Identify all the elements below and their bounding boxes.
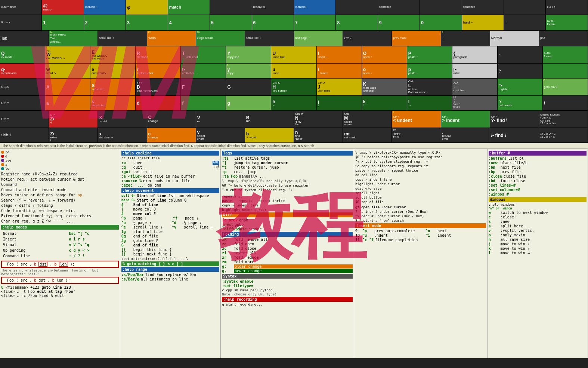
key-f-lower[interactable]: f — [181, 96, 226, 110]
key-s-lower[interactable]: s subst char — [90, 96, 136, 110]
reg-quitnosave: quit w/o save — [355, 187, 486, 190]
key-z-lower[interactable]: Z• extra 9 — [49, 128, 98, 142]
foo-example-1: Foo ( src , b dst , b len ); — [1, 261, 119, 268]
tag-ta: :ta Foomanually ... — [222, 174, 353, 178]
key-colon[interactable]: Ctrl : : cmd line — [452, 79, 498, 95]
reg-para0: §0 "• before del/copy/paste to use regis… — [355, 155, 486, 159]
keyboard-row-zxcv-upper: Ctrl ^ 9,16 Z• 4 X ← del C change V es B… — [0, 111, 588, 128]
key-I[interactable]: I insert ← — [317, 46, 362, 63]
cmd-gui: :guiswitch to — [121, 170, 219, 174]
insert-9: 9 ^p prev auto-complete ^n next — [355, 229, 486, 233]
key-5[interactable]: 5 — [210, 15, 252, 30]
reg-paste: paste - repeats - repeat thrice — [355, 169, 486, 172]
key-E[interactable]: E end WORD↘end word↘ — [90, 46, 136, 63]
key-tab[interactable]: Tab — [0, 31, 49, 46]
key-d-lower[interactable]: d — [136, 96, 181, 110]
buf-cols: :set columns=# — [489, 188, 587, 192]
item-extended: Extended functionality; req. extra chars — [1, 214, 119, 219]
legend-a: a — [1, 163, 119, 166]
key-t-lower[interactable]: t• until char → — [181, 64, 226, 78]
key-q-lower[interactable]: q• record macro — [0, 64, 45, 78]
key-6[interactable]: 6 — [252, 15, 294, 30]
panel-left-items: Register name (0-9a-zA-Z) required Motio… — [1, 172, 119, 224]
key-find-bs: Ctrl / ?• find \ — [490, 111, 539, 128]
key-p-lower[interactable]: p paste ↓ — [407, 64, 452, 78]
recording-header: :help recording — [222, 297, 353, 302]
reg-scroll-bottom: scroll bottom — [355, 196, 486, 199]
key-P[interactable]: P paste ↑ — [407, 46, 452, 63]
range-header: :help range — [121, 267, 219, 272]
key-F-upper[interactable]: F — [181, 79, 226, 95]
key-9[interactable]: 9 — [378, 15, 420, 30]
key-3[interactable]: 3 — [126, 15, 168, 30]
key-7[interactable]: 7 — [294, 15, 336, 30]
key-Y[interactable]: Y copy line — [226, 46, 271, 63]
fold-zc: zcfold close — [222, 246, 353, 251]
cmd-exec: :exec '...'do cmd — [121, 183, 219, 187]
key-1[interactable]: 1 — [42, 15, 84, 30]
key-V-upper[interactable]: V es — [196, 111, 245, 128]
buf-bn: :bnnext file — [489, 165, 587, 169]
key-u-lower[interactable]: u undo — [271, 64, 316, 78]
key-U[interactable]: U undo line — [271, 46, 316, 63]
key-empty1 — [210, 0, 252, 15]
key-W[interactable]: ^w• W end WORD ↘ — [45, 46, 90, 63]
buf-bp: :bpprev file — [489, 170, 587, 174]
key-D-upper[interactable]: 7,11 D decr Normal/Cano — [136, 79, 181, 95]
key-Z-upper[interactable]: 9,16 Z• 4 — [49, 111, 98, 128]
key-8[interactable]: 8 — [336, 15, 378, 30]
diff-header: Diff — [222, 212, 353, 217]
key-normal: Normal — [490, 31, 539, 46]
tags-header: Tags — [222, 151, 353, 156]
key-empty4 — [504, 0, 546, 15]
key-macro[interactable]: @ macro — [42, 0, 84, 15]
key-b-lower[interactable]: b ↖ word — [245, 128, 294, 142]
move-scrollup: ^escroll line ↑^yscroll line ↓ — [121, 225, 219, 229]
key-0[interactable]: 0 — [420, 15, 462, 30]
key-g-lower[interactable]: g — [226, 96, 271, 110]
key-X-upper[interactable]: X ← del — [98, 111, 147, 128]
key-a-lower[interactable]: a — [45, 96, 90, 110]
decr-x: ^x decr # under cursor (Dec / Hex) — [355, 214, 486, 218]
reg-cut: "+ x cut to system clipboard reg. '+' — [355, 160, 486, 163]
buf-winpos: :winpos # — [489, 192, 587, 196]
legend-ro: ro — [5, 150, 9, 154]
item-ctags: ctags / diffs / folding — [1, 203, 119, 208]
key-prev-fuf: 16 "prev"f/F/l/T — [392, 128, 441, 142]
key-O[interactable]: O open ↑ — [362, 46, 407, 63]
diff-prev: [c prev ggbb — [222, 218, 353, 222]
key-4[interactable]: 4 — [168, 15, 210, 30]
buf-lines: :set lines=# — [489, 183, 587, 187]
move-nextfunc: ]}begin next func { — [121, 252, 219, 256]
key-R[interactable]: R Replace — [136, 46, 181, 63]
key-y-lower[interactable]: 2 y copy — [226, 64, 271, 78]
goto-line: 0 <filename> +123 goto line 123 — [1, 285, 119, 289]
key-C-upper[interactable]: C change — [147, 111, 196, 128]
key-T[interactable]: T ← until char — [181, 46, 226, 63]
cmd-q: :qquit :q! — [121, 165, 219, 169]
move-G: Gend of file — [121, 243, 219, 247]
key-S-upper[interactable]: S subst line — [90, 79, 136, 95]
win-o: o:only maxin — [489, 233, 587, 237]
key-x-lower[interactable]: x del char → — [98, 128, 147, 142]
key-G-upper[interactable]: G — [226, 79, 271, 95]
key-extern: extern filter — [0, 0, 42, 15]
tag-p: :pco... jump — [222, 170, 353, 174]
key-c-lower[interactable]: c change — [147, 128, 196, 142]
key-i-lower[interactable]: i ⌐ insert — [317, 64, 362, 78]
key-o-lower[interactable]: o open ↓ — [362, 64, 407, 78]
tag-jump: ^]jump to tag under cursor — [222, 161, 353, 165]
key-e-lower[interactable]: e end word↘ — [90, 64, 136, 78]
key-B-upper[interactable]: B RD — [245, 111, 294, 128]
key-w-lower[interactable]: w word ↘ — [45, 64, 90, 78]
key-2[interactable]: 2 — [84, 15, 126, 30]
key-backslash: \ — [543, 96, 588, 110]
key-empty2 — [336, 0, 378, 15]
key-v-lower[interactable]: v selectchars — [196, 128, 245, 142]
key-r-lower[interactable]: r replace char — [136, 64, 181, 78]
key-Q[interactable]: Q ex mode — [0, 46, 45, 63]
key-ctrl-arrow: ← — [498, 46, 543, 63]
key-A[interactable]: A — [45, 79, 90, 95]
para-0: §0 "• before del/copy/paste to use regis… — [222, 184, 353, 187]
key-auto-format: auto-forma — [546, 15, 588, 30]
